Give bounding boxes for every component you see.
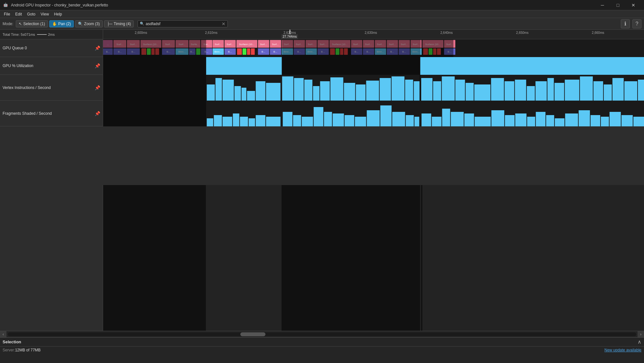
svg-rect-162 <box>419 75 420 101</box>
svg-rect-143 <box>442 76 455 101</box>
svg-rect-199 <box>591 115 600 126</box>
mode-pan-button[interactable]: ✋ Pan (2) <box>49 20 74 27</box>
svg-rect-45 <box>237 48 242 55</box>
dark-band-mid <box>282 185 420 331</box>
time-header: Total Time: 5s071ms 2ms 2,600ms 2,610ms … <box>0 30 644 39</box>
server-label: Server: <box>3 348 15 352</box>
menu-edit[interactable]: Edit <box>13 11 24 17</box>
svg-rect-195 <box>546 115 554 126</box>
svg-rect-117 <box>420 57 644 75</box>
minimize-button[interactable]: ─ <box>595 0 610 10</box>
svg-rect-168 <box>249 118 255 126</box>
svg-rect-187 <box>451 112 464 126</box>
svg-rect-138 <box>391 76 404 101</box>
svg-rect-48 <box>251 48 255 55</box>
scroll-left-button[interactable]: ‹ <box>0 331 6 338</box>
gpu-queue-content[interactable]: ... B... Surf... B... Surf... B... <box>103 39 644 57</box>
svg-rect-183 <box>414 117 419 126</box>
pan-label: Pan (2) <box>58 22 71 26</box>
svg-rect-46 <box>243 48 246 55</box>
svg-rect-203 <box>633 117 644 126</box>
help-button[interactable]: ? <box>632 19 641 28</box>
svg-rect-163 <box>207 118 213 126</box>
selection-collapse-button[interactable]: ∧ <box>638 339 641 345</box>
search-input[interactable] <box>146 22 222 26</box>
empty-chart-area <box>103 185 644 331</box>
svg-rect-134 <box>344 83 355 101</box>
update-link[interactable]: New update available <box>604 348 641 352</box>
search-clear-button[interactable]: ✕ <box>222 21 226 26</box>
mode-bar: Mode: ↖ Selection (1) ✋ Pan (2) 🔍 Zoom (… <box>0 18 644 30</box>
selection-icon: ↖ <box>19 22 22 26</box>
gpu-queue-label: GPU Queue 0 📌 <box>0 39 103 57</box>
selection-header: Selection ∧ <box>0 338 644 347</box>
vertex-svg <box>103 75 644 101</box>
svg-rect-158 <box>612 78 624 101</box>
timeline-container: Total Time: 5s071ms 2ms 2,600ms 2,610ms … <box>0 30 644 337</box>
scroll-right-button[interactable]: › <box>638 331 644 338</box>
mode-timing-button[interactable]: ├─ Timing (4) <box>104 20 134 27</box>
mode-selection-button[interactable]: ↖ Selection (1) <box>16 20 48 27</box>
pin-icon-gpu-util[interactable]: 📌 <box>95 63 100 68</box>
vertex-instructions-content[interactable] <box>103 75 644 101</box>
svg-rect-153 <box>554 83 564 101</box>
scrollbar-thumb[interactable] <box>240 332 265 336</box>
svg-rect-154 <box>565 80 579 101</box>
pin-icon-gpu-queue[interactable]: 📌 <box>95 45 100 51</box>
svg-rect-132 <box>320 81 330 101</box>
svg-rect-165 <box>223 117 232 126</box>
svg-rect-131 <box>313 86 320 101</box>
svg-rect-139 <box>405 80 413 101</box>
svg-rect-128 <box>282 76 293 101</box>
gpu-util-content[interactable] <box>103 57 644 75</box>
server-value: 12MB of 77MB <box>15 348 41 352</box>
svg-rect-148 <box>505 81 514 101</box>
maximize-button[interactable]: □ <box>610 0 625 10</box>
svg-rect-201 <box>610 112 621 126</box>
menu-file[interactable]: File <box>1 11 13 17</box>
scrollbar-track[interactable] <box>8 332 636 336</box>
svg-rect-122 <box>223 80 234 101</box>
pin-icon-vertex[interactable]: 📌 <box>95 85 100 90</box>
svg-rect-179 <box>367 110 380 126</box>
svg-text:B...: B... <box>228 50 232 53</box>
fragments-shaded-content[interactable] <box>103 101 644 126</box>
svg-text:B...: B... <box>262 50 265 53</box>
svg-rect-159 <box>624 81 637 101</box>
mode-bar-right: ℹ ? <box>621 19 641 28</box>
svg-rect-124 <box>242 88 246 101</box>
svg-rect-190 <box>491 110 504 126</box>
pin-icon-fragments[interactable]: 📌 <box>95 111 100 116</box>
mode-label: Mode: <box>3 22 13 26</box>
menu-goto[interactable]: Goto <box>24 11 38 17</box>
time-markers-area: 2,600ms 2,610ms 2,620ms 2,630ms 2,640ms … <box>103 30 644 39</box>
svg-rect-172 <box>293 115 301 126</box>
selection-panel: Selection ∧ Server: 12MB of 77MB New upd… <box>0 337 644 363</box>
svg-rect-144 <box>455 80 465 101</box>
menu-help[interactable]: Help <box>52 11 65 17</box>
dark-band-right <box>421 185 422 331</box>
svg-rect-140 <box>414 81 419 101</box>
menu-view[interactable]: View <box>38 11 52 17</box>
svg-rect-188 <box>464 113 474 126</box>
svg-rect-121 <box>216 78 222 101</box>
close-button[interactable]: ✕ <box>626 0 641 10</box>
svg-rect-186 <box>442 109 450 126</box>
selection-label: Selection (1) <box>23 22 45 26</box>
svg-rect-123 <box>235 86 241 101</box>
svg-rect-114 <box>282 39 421 57</box>
svg-rect-146 <box>474 84 490 101</box>
pan-icon: ✋ <box>52 22 57 26</box>
svg-text:Surf...: Surf... <box>215 43 221 46</box>
info-button[interactable]: ℹ <box>621 19 630 28</box>
mode-zoom-button[interactable]: 🔍 Zoom (3) <box>75 20 103 27</box>
svg-rect-170 <box>266 117 281 126</box>
svg-rect-145 <box>466 83 474 101</box>
svg-rect-130 <box>304 80 312 101</box>
svg-rect-161 <box>103 75 206 101</box>
svg-text:Binn...: Binn... <box>214 50 222 53</box>
svg-rect-142 <box>433 81 441 101</box>
svg-text:Surf...: Surf... <box>226 43 233 46</box>
svg-rect-150 <box>527 86 535 101</box>
svg-rect-157 <box>604 84 612 101</box>
